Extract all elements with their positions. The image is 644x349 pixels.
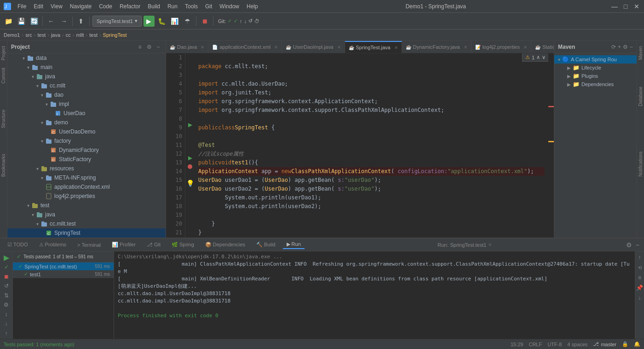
wrap-icon[interactable]: ⟲ [636,263,644,272]
tree-item-cc.mllt[interactable]: ▾cc.mllt [7,81,166,90]
chevron-down-icon[interactable]: ∨ [542,54,546,60]
tree-item-factory[interactable]: ▾factory [7,136,166,145]
scroll-up-button[interactable]: ↑ [636,253,644,262]
window-controls[interactable]: — □ ✕ [611,3,640,10]
maven-project-item[interactable]: ▾🔵A Camel Spring Rou [554,55,637,64]
maximize-button[interactable]: □ [622,3,629,10]
settings-icon[interactable]: ⚙ [625,241,633,249]
tree-item-userdao[interactable]: IUserDao [7,109,166,118]
bottom-tab-spring[interactable]: 🌿Spring [168,241,198,249]
run-button[interactable]: ▶ [144,16,155,27]
status-notifications-icon[interactable]: 🔔 [634,341,640,347]
bottom-tab-problems[interactable]: ⚠Problems [35,241,70,249]
tab-dynamicfactory-java[interactable]: ☕DynamicFactory.java✕ [402,41,472,53]
scroll-down-button[interactable]: ↓ [636,294,644,302]
status-indent[interactable]: 4 spaces [567,342,587,347]
menu-refactor[interactable]: Refactor [117,2,143,11]
tab-userdaoimpl-java[interactable]: ☕UserDaoImpl.java✕ [282,41,345,53]
maven-item-dependencies[interactable]: ▶📁Dependencies [554,80,637,88]
tab-close-icon[interactable]: ✕ [523,45,527,50]
menu-edit[interactable]: Edit [31,2,46,11]
bottom-tab-profiler[interactable]: 📊Profiler [108,241,139,249]
tree-item-staticfactory[interactable]: CStaticFactory [7,155,166,164]
forward-button[interactable]: → [58,16,69,27]
sort-button[interactable]: ⇅ [2,292,11,300]
maven-minimize-button[interactable]: − [630,44,633,50]
save-button[interactable]: 💾 [16,16,27,27]
vcs-button[interactable]: ⬆ [75,16,86,27]
back-button[interactable]: ← [46,16,57,27]
tab-close-icon[interactable]: ✕ [274,45,278,50]
menu-git[interactable]: Git [202,2,215,11]
breadcrumb-mllt[interactable]: mllt [76,32,84,38]
maven-item-plugins[interactable]: ▶📁Plugins [554,72,637,80]
maven-add-button[interactable]: + [618,44,621,50]
breadcrumb-test[interactable]: test [37,32,46,38]
bottom-tab-todo[interactable]: ☑TODO [4,241,32,249]
settings-icon[interactable]: ⚙ [145,43,153,51]
run-test-tree[interactable]: ✓ SpringTest (cc.mllt.test) 591 ms ✓ tes… [13,262,114,278]
export-button[interactable]: ↑ [2,330,11,337]
menu-file[interactable]: File [15,2,29,11]
tab-applicationcontext-xml[interactable]: 📄applicationContext.xml✕ [208,41,282,53]
tree-item-java[interactable]: ▾java [7,210,166,219]
menu-code[interactable]: Code [96,2,115,11]
notification-area[interactable]: ⚠ 1 ∧ ∨ [522,53,548,62]
expand-all-button[interactable]: ↕ [2,311,11,319]
status-encoding[interactable]: UTF-8 [547,342,562,347]
tree-item-springtest[interactable]: CSpringTest [7,228,166,238]
tree-item-test[interactable]: ▾test [7,201,166,210]
breadcrumb-file[interactable]: SpringTest [103,32,127,38]
run-tree-item[interactable]: ✓ test1 591 ms [13,270,114,278]
run-config-dropdown[interactable]: SpringTest.test1 ▾ [92,16,142,27]
run-again-button[interactable]: ▶ [2,253,11,262]
coverage-button[interactable]: ☂ [182,16,193,27]
pin-icon[interactable]: 📌 [636,284,644,292]
status-line-ending[interactable]: CRLF [529,342,542,347]
panel-actions[interactable]: ≡ ⚙ − [136,43,162,51]
tree-item-resources[interactable]: ▾resources [7,164,166,173]
close-button[interactable]: ✕ [633,3,640,10]
stop-run-button[interactable]: ⏹ [2,273,11,281]
menu-run[interactable]: Run [165,2,180,11]
menu-build[interactable]: Build [145,2,163,11]
tree-item-java[interactable]: ▾java [7,72,166,81]
menu-tools[interactable]: Tools [182,2,201,11]
file-tree[interactable]: ▾data▾main▾java▾cc.mllt▾dao▾implIUserDao… [7,53,166,238]
status-tests-passed[interactable]: Tests passed: 1 (moments ago) [4,342,74,347]
menu-view[interactable]: View [48,2,65,11]
filter-icon[interactable]: ≡ [636,273,644,282]
bottom-tab-build[interactable]: 🔨Build [253,241,279,249]
bottom-tab-git[interactable]: ⎇Git [143,241,164,249]
tab-dao-java[interactable]: ☕Dao.java✕ [166,41,208,53]
structure-sidebar-label[interactable]: Structure [1,108,6,130]
tab-close-icon[interactable]: ✕ [394,45,398,50]
bottom-tab-dependencies[interactable]: 📦Dependencies [201,241,249,249]
maven-sidebar-label[interactable]: Maven [638,44,643,62]
tree-item-impl[interactable]: ▾impl [7,99,166,109]
breadcrumb-java[interactable]: java [51,32,60,38]
tab-staticfactory-java[interactable]: ☕StaticFactory.java✕ [531,41,554,53]
bottom-tab-terminal[interactable]: >Terminal [74,241,104,249]
bottom-tabs-left[interactable]: ☑TODO⚠Problems>Terminal📊Profiler⎇Git🌿Spr… [4,240,305,249]
tree-item-data[interactable]: ▾data [7,53,166,63]
maven-refresh-button[interactable]: ⟳ [611,44,616,50]
tree-item-dynamicfactory[interactable]: CDynamicFactory [7,145,166,155]
run-gutter-icon[interactable]: ▶ [188,122,192,128]
breadcrumb-demo1[interactable]: Demo1 [4,32,20,38]
status-lock-icon[interactable]: 🔒 [622,341,628,347]
run-output[interactable]: C:\Users\xrilang\.jdks\openjdk-17.0.2\bi… [114,251,635,339]
menu-bar[interactable]: FileEditViewNavigateCodeRefactorBuildRun… [15,2,261,11]
breadcrumb-src[interactable]: src [25,32,32,38]
run-tab-close-icon[interactable]: ✕ [488,242,492,247]
minimize-button[interactable]: — [611,3,618,10]
close-panel-button[interactable]: − [635,241,640,249]
tab-springtest-java[interactable]: ☕SpringTest.java✕ [345,41,402,53]
breadcrumb-test2[interactable]: test [89,32,98,38]
rerun-button[interactable]: ↺ [2,282,11,290]
filter-button[interactable]: ⚙ [2,301,11,309]
tree-item-userdaodemo[interactable]: CUserDaoDemo [7,127,166,136]
bottom-tab-run[interactable]: ▶Run [283,240,305,249]
code-editor[interactable]: package cc.mllt.test; import cc.mllt.dao… [195,53,548,238]
tree-item-dao[interactable]: ▾dao [7,90,166,99]
